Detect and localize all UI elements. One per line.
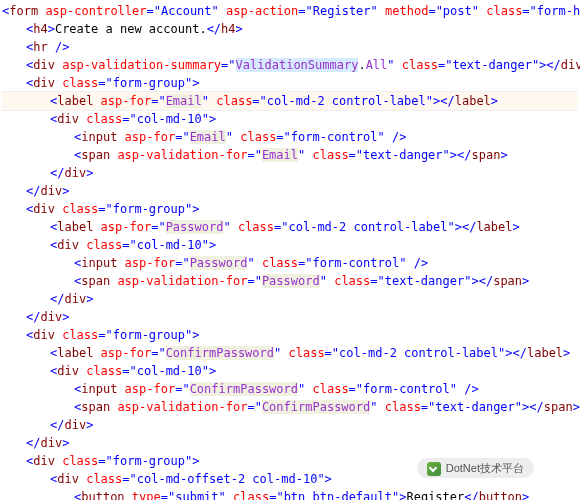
code-editor[interactable]: <form asp-controller="Account" asp-actio…	[0, 0, 580, 500]
watermark-text: DotNet技术平台	[446, 462, 524, 474]
line: <form asp-controller="Account" asp-actio…	[2, 2, 578, 20]
watermark-overlay: DotNet技术平台	[417, 458, 534, 479]
wechat-icon	[427, 462, 441, 476]
